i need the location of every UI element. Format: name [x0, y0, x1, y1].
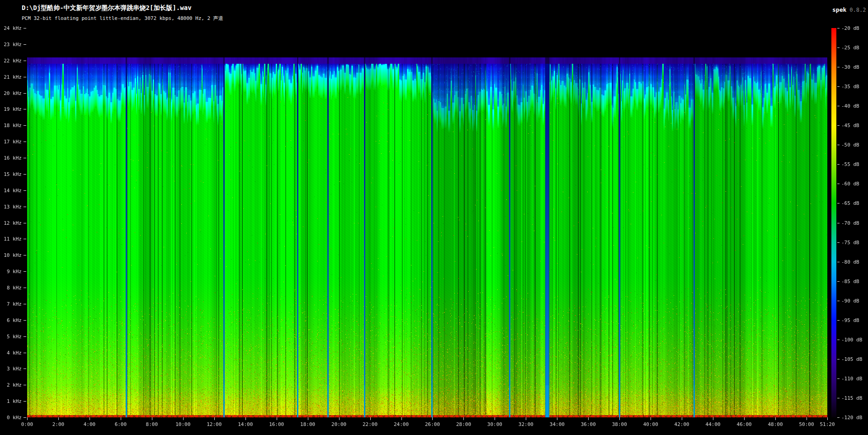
frequency-tick-label: 7 kHz: [0, 301, 22, 307]
db-tick-mark: [837, 301, 840, 301]
db-tick-label: -120 dB: [841, 415, 862, 421]
time-tick-label: 22:00: [363, 421, 377, 427]
frequency-tick-label: 13 kHz: [0, 203, 22, 209]
frequency-tick-label: 24 kHz: [0, 25, 22, 31]
time-tick-label: 14:00: [238, 421, 253, 427]
frequency-tick-mark: [24, 320, 26, 321]
frequency-tick-label: 21 kHz: [0, 74, 22, 80]
time-tick-label: 46:00: [737, 421, 752, 427]
time-tick-mark: [775, 417, 776, 420]
db-tick-label: -30 dB: [841, 64, 859, 70]
db-tick-mark: [837, 86, 840, 87]
frequency-tick-label: 9 kHz: [0, 269, 22, 274]
time-tick-label: 8:00: [146, 421, 158, 427]
frequency-tick-mark: [24, 223, 26, 223]
time-tick-mark: [370, 417, 371, 420]
db-tick-mark: [837, 320, 840, 321]
time-tick-mark: [744, 417, 745, 420]
db-tick-mark: [837, 67, 840, 67]
frequency-tick-mark: [24, 385, 26, 385]
time-tick-label: 40:00: [643, 421, 658, 427]
time-tick-mark: [827, 417, 828, 420]
time-tick-label: 50:00: [799, 421, 814, 427]
frequency-tick-mark: [24, 125, 26, 126]
time-tick-label: 44:00: [706, 421, 721, 427]
time-tick-mark: [121, 417, 121, 420]
db-tick-mark: [837, 203, 840, 203]
db-tick-label: -25 dB: [841, 45, 859, 51]
time-tick-mark: [58, 417, 59, 420]
frequency-tick-mark: [24, 28, 26, 28]
db-tick-label: -60 dB: [841, 181, 859, 187]
frequency-tick-mark: [24, 190, 26, 191]
time-tick-mark: [152, 417, 152, 420]
db-tick-mark: [837, 106, 840, 106]
format-info: PCM 32-bit floating point little-endian,…: [22, 15, 223, 22]
time-tick-label: 6:00: [115, 421, 127, 427]
frequency-tick-label: 16 kHz: [0, 155, 22, 161]
time-tick-label: 0:00: [21, 421, 33, 427]
frequency-tick-label: 12 kHz: [0, 220, 22, 226]
spek-window: D:\Dj型酷帅-中文新年贺岁墨尔本弹跳串烧2[加长版].wav PCM 32-…: [0, 0, 868, 435]
time-tick-mark: [214, 417, 215, 420]
db-tick-mark: [837, 145, 840, 145]
time-tick-mark: [557, 417, 557, 420]
time-tick-mark: [339, 417, 340, 420]
frequency-tick-label: 18 kHz: [0, 123, 22, 128]
db-tick-mark: [837, 340, 840, 340]
frequency-tick-mark: [24, 77, 26, 77]
db-tick-mark: [837, 28, 840, 28]
frequency-tick-mark: [24, 353, 26, 353]
time-tick-label: 38:00: [612, 421, 627, 427]
frequency-tick-mark: [24, 271, 26, 272]
time-tick-label: 12:00: [207, 421, 222, 427]
db-tick-mark: [837, 164, 840, 165]
db-tick-label: -40 dB: [841, 103, 859, 109]
db-tick-label: -115 dB: [841, 395, 862, 401]
db-tick-label: -45 dB: [841, 123, 859, 128]
time-tick-label: 32:00: [519, 421, 533, 427]
time-tick-mark: [432, 417, 433, 420]
time-tick-mark: [245, 417, 246, 420]
time-tick-label: 28:00: [456, 421, 471, 427]
db-tick-mark: [837, 359, 840, 359]
time-tick-mark: [90, 417, 90, 420]
frequency-tick-mark: [24, 61, 26, 61]
time-tick-mark: [807, 417, 807, 420]
db-tick-label: -75 dB: [841, 239, 859, 245]
time-tick-label: 51:20: [820, 421, 835, 427]
time-tick-label: 20:00: [331, 421, 346, 427]
frequency-tick-mark: [24, 109, 26, 109]
time-tick-mark: [183, 417, 184, 420]
time-tick-mark: [526, 417, 526, 420]
time-tick-label: 4:00: [84, 421, 96, 427]
frequency-tick-label: 5 kHz: [0, 333, 22, 339]
db-tick-label: -100 dB: [841, 336, 862, 342]
time-tick-label: 18:00: [300, 421, 315, 427]
colorbar-gradient: [831, 28, 836, 417]
frequency-tick-mark: [24, 255, 26, 255]
db-tick-label: -80 dB: [841, 259, 859, 265]
db-tick-label: -95 dB: [841, 317, 859, 323]
frequency-tick-mark: [24, 142, 26, 142]
time-tick-label: 26:00: [425, 421, 440, 427]
db-tick-label: -90 dB: [841, 298, 859, 303]
frequency-tick-mark: [24, 44, 26, 45]
db-tick-label: -20 dB: [841, 25, 859, 31]
frequency-tick-mark: [24, 336, 26, 337]
frequency-tick-label: 3 kHz: [0, 366, 22, 372]
frequency-tick-label: 19 kHz: [0, 106, 22, 112]
db-tick-label: -55 dB: [841, 161, 859, 167]
frequency-tick-mark: [24, 174, 26, 175]
app-name: spek: [832, 6, 846, 13]
time-tick-label: 42:00: [675, 421, 689, 427]
frequency-tick-mark: [24, 207, 26, 207]
app-version: 0.8.2: [849, 7, 866, 13]
frequency-tick-label: 2 kHz: [0, 382, 22, 388]
frequency-tick-mark: [24, 401, 26, 402]
file-path-title: D:\Dj型酷帅-中文新年贺岁墨尔本弹跳串烧2[加长版].wav: [22, 4, 192, 12]
frequency-tick-label: 1 kHz: [0, 398, 22, 404]
time-tick-label: 36:00: [581, 421, 596, 427]
spectrogram-canvas: [27, 28, 827, 417]
frequency-tick-label: 17 kHz: [0, 139, 22, 145]
